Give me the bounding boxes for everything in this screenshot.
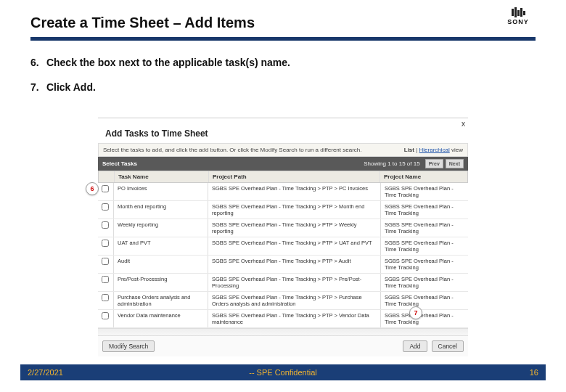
col-task-name-header: Task Name [115,171,209,182]
title-underline [30,37,536,41]
row-checkbox[interactable] [102,312,109,319]
cell-project-path: SGBS SPE Overhead Plan - Time Tracking >… [208,183,381,200]
table-header: Task Name Project Path Project Name [98,171,468,183]
cell-task-name: Pre/Post-Processing [114,274,208,291]
table-row: Weekly reportingSGBS SPE Overhead Plan -… [98,219,468,237]
cell-project-name: SGBS SPE Overhead Plan - Time Tracking [381,310,468,327]
cell-project-name: SGBS SPE Overhead Plan - Time Tracking [381,237,468,255]
cell-project-path: SGBS SPE Overhead Plan - Time Tracking >… [208,274,381,291]
cell-project-path: SGBS SPE Overhead Plan - Time Tracking >… [208,201,381,219]
dialog-instruction-bar: Select the tasks to add, and click the a… [98,143,468,157]
step-text: Check the box next to the applicable tas… [46,57,290,68]
col-project-name-header: Project Name [380,171,467,182]
cell-project-path: SGBS SPE Overhead Plan - Time Tracking >… [208,219,381,237]
dialog-footer: Modify Search Add Cancel [98,335,468,356]
slide-header: Create a Time Sheet – Add Items [30,15,536,41]
view-hierarchical-link[interactable]: Hierarchical [419,147,450,153]
table-row: AuditSGBS SPE Overhead Plan - Time Track… [98,256,468,274]
step-7: 7. Click Add. [30,81,536,93]
page-title: Create a Time Sheet – Add Items [30,15,536,36]
table-row: UAT and PVTSGBS SPE Overhead Plan - Time… [98,237,468,256]
cell-task-name: Weekly reporting [114,219,208,237]
view-suffix: view [451,147,463,153]
callout-7-bubble: 7 [409,306,422,319]
add-button[interactable]: Add [403,340,427,352]
cell-task-name: Purchase Orders analysis and administrat… [114,292,208,309]
step-text: Click Add. [46,81,96,93]
table-row: PO InvoicesSGBS SPE Overhead Plan - Time… [98,183,468,201]
col-project-path-header: Project Path [209,171,380,182]
table-row: Month end reportingSGBS SPE Overhead Pla… [98,201,468,219]
view-selector: List | Hierarchical view [404,147,463,153]
row-checkbox[interactable] [102,258,109,265]
callout-6-bubble: 6 [86,182,99,195]
pager-count: Showing 1 to 15 of 15 [364,160,419,167]
slide-footer: 2/27/2021 -- SPE Confidential 16 [20,364,546,380]
instruction-list: 6. Check the box next to the applicable … [30,57,536,106]
row-checkbox[interactable] [102,221,109,229]
section-label: Select Tasks [102,160,137,167]
select-tasks-bar: Select Tasks Showing 1 to 15 of 15 Prev … [98,157,468,171]
cell-project-path: SGBS SPE Overhead Plan - Time Tracking >… [208,292,381,309]
next-button[interactable]: Next [446,159,464,168]
footer-confidential: -- SPE Confidential [20,368,546,377]
cell-project-path: SGBS SPE Overhead Plan - Time Tracking >… [208,237,381,255]
prev-button[interactable]: Prev [425,159,443,168]
row-checkbox[interactable] [102,294,109,301]
col-checkbox-header [99,171,115,182]
step-number: 6. [30,57,44,68]
row-checkbox[interactable] [102,276,109,283]
cell-project-name: SGBS SPE Overhead Plan - Time Tracking [381,219,468,237]
row-checkbox[interactable] [102,185,109,192]
step-6: 6. Check the box next to the applicable … [30,57,536,68]
cancel-button[interactable]: Cancel [432,340,464,352]
view-list-label: List [404,147,414,153]
close-icon[interactable]: x [462,120,465,128]
dialog-instruction: Select the tasks to add, and click the a… [103,147,362,153]
dialog-title: Add Tasks to Time Sheet [98,118,468,143]
pager: Showing 1 to 15 of 15 Prev Next [364,159,464,168]
cell-project-path: SGBS SPE Overhead Plan - Time Tracking >… [208,310,381,327]
cell-project-name: SGBS SPE Overhead Plan - Time Tracking [381,256,468,273]
step-number: 7. [30,81,44,93]
cell-project-name: SGBS SPE Overhead Plan - Time Tracking [381,183,468,200]
row-checkbox[interactable] [102,240,109,247]
cell-project-name: SGBS SPE Overhead Plan - Time Tracking [381,292,468,309]
cell-project-path: SGBS SPE Overhead Plan - Time Tracking >… [208,256,381,273]
row-checkbox[interactable] [102,203,109,211]
cell-task-name: PO Invoices [114,183,208,200]
cell-project-name: SGBS SPE Overhead Plan - Time Tracking [381,201,468,219]
add-tasks-dialog: x Add Tasks to Time Sheet Select the tas… [98,118,468,356]
cell-task-name: Audit [114,256,208,273]
modify-search-button[interactable]: Modify Search [102,340,155,352]
cell-task-name: UAT and PVT [114,237,208,255]
cell-task-name: Month end reporting [114,201,208,219]
table-row: Pre/Post-ProcessingSGBS SPE Overhead Pla… [98,274,468,292]
table-scroll-edge [98,328,468,335]
cell-task-name: Vendor Data maintenance [114,310,208,327]
cell-project-name: SGBS SPE Overhead Plan - Time Tracking [381,274,468,291]
